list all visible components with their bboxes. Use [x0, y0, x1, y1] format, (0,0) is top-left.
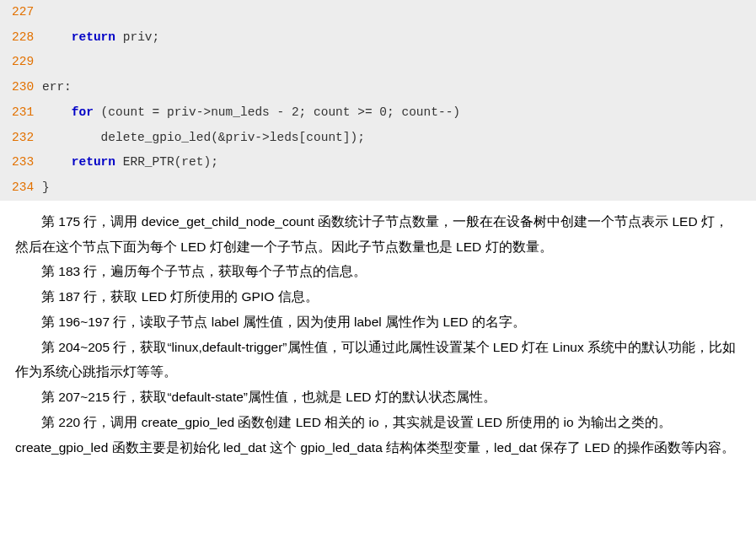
paragraph-207: 第 207~215 行，获取“default-state”属性值，也就是 LED… [15, 385, 741, 410]
code-line: 229 [0, 50, 756, 75]
line-number: 233 [0, 150, 42, 175]
line-number: 229 [0, 50, 42, 75]
line-number: 234 [0, 175, 42, 201]
paragraph-175: 第 175 行，调用 device_get_child_node_count 函… [15, 209, 741, 260]
code-text: } [42, 175, 50, 201]
code-line: 233 return ERR_PTR(ret); [0, 150, 756, 175]
paragraph-183: 第 183 行，遍历每个子节点，获取每个子节点的信息。 [15, 259, 741, 284]
line-number: 230 [0, 75, 42, 100]
code-line: 234} [0, 175, 756, 201]
paragraph-220: 第 220 行，调用 create_gpio_led 函数创建 LED 相关的 … [15, 410, 741, 460]
paragraph-196: 第 196~197 行，读取子节点 label 属性值，因为使用 label 属… [15, 309, 741, 335]
paragraph-187: 第 187 行，获取 LED 灯所使用的 GPIO 信息。 [15, 284, 741, 309]
line-number: 228 [0, 25, 42, 51]
line-number: 227 [0, 0, 42, 25]
code-line: 232 delete_gpio_led(&priv->leds[count]); [0, 126, 756, 151]
code-text: return priv; [42, 25, 159, 51]
code-line: 231 for (count = priv->num_leds - 2; cou… [0, 100, 756, 126]
code-text: return ERR_PTR(ret); [42, 150, 218, 175]
code-line: 230err: [0, 75, 756, 100]
code-block: 227228 return priv;229230err:231 for (co… [0, 0, 756, 201]
code-line: 227 [0, 0, 756, 25]
code-text: err: [42, 75, 72, 100]
code-lines-container: 227228 return priv;229230err:231 for (co… [0, 0, 756, 201]
code-text: for (count = priv->num_leds - 2; count >… [42, 100, 460, 126]
paragraph-204: 第 204~205 行，获取“linux,default-trigger”属性值… [15, 335, 741, 385]
code-line: 228 return priv; [0, 25, 756, 51]
prose-block: 第 175 行，调用 device_get_child_node_count 函… [0, 201, 756, 460]
code-text: delete_gpio_led(&priv->leds[count]); [42, 126, 365, 151]
line-number: 232 [0, 126, 42, 151]
line-number: 231 [0, 100, 42, 126]
